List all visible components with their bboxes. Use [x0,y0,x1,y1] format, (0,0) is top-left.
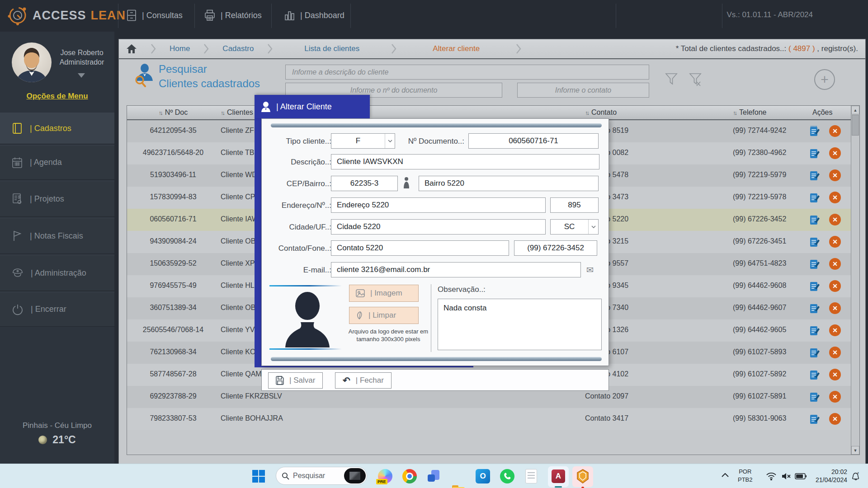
menu-dashboard[interactable]: | Dashboard [284,9,344,21]
breadcrumb-lista-de-clientes[interactable]: Lista de clientes [304,44,359,53]
edit-icon[interactable] [810,391,820,403]
table-row[interactable]: 798233807-53Cliente BOHAJJRAContato 3417… [127,408,851,430]
outlook-icon[interactable]: O [476,469,490,483]
user-name[interactable]: Jose Roberto Administrador [53,48,110,67]
table-scrollbar[interactable]: ▲ ▼ [851,106,859,455]
notepad-icon[interactable] [525,469,537,483]
menu-relatorios[interactable]: | Relatórios [204,9,262,21]
app-logo: ACCESS LEAN [7,5,126,26]
menu-options-title[interactable]: Opções de Menu [0,92,114,101]
sidebar-item-agenda[interactable]: | Agenda [0,145,114,180]
edit-icon[interactable] [810,169,820,181]
header-doc[interactable]: Nº Doc [127,108,219,117]
save-button[interactable]: | Salvar [268,372,323,389]
edit-icon[interactable] [810,147,820,159]
bairro-input[interactable] [419,176,599,191]
endereco-input[interactable] [331,197,546,213]
sidebar-item-notas-fiscais[interactable]: | Notas Fiscais [0,218,114,254]
sidebar-item-encerrar[interactable]: | Encerrar [0,292,114,327]
edit-icon[interactable] [810,413,820,425]
delete-icon[interactable]: ✕ [829,324,841,336]
chrome-icon[interactable] [402,469,417,483]
scroll-up-arrow[interactable]: ▲ [851,106,859,114]
avatar[interactable] [12,42,52,82]
envelope-icon: ✉ [586,265,594,275]
client-description-input[interactable] [285,65,649,80]
copilot-icon[interactable]: PRE [378,469,392,483]
accesslean-app-button[interactable] [572,466,593,487]
n-documento-input[interactable] [468,133,599,149]
descricao-input[interactable] [331,154,599,169]
edit-icon[interactable] [810,347,820,358]
taskbar-chevron-up-icon[interactable] [722,473,729,477]
edit-icon[interactable] [810,258,820,270]
windows-start-button[interactable] [252,470,265,483]
edit-icon[interactable] [810,324,820,336]
delete-icon[interactable]: ✕ [829,413,841,425]
header-telefone[interactable]: Telefone [733,108,767,117]
edit-icon[interactable] [810,214,820,225]
scrollbar-thumb[interactable] [852,115,859,136]
time: 20:02 [809,468,847,476]
fone-input[interactable] [514,240,597,256]
battery-icon[interactable] [795,473,807,479]
delete-icon[interactable]: ✕ [829,280,841,292]
language-indicator[interactable]: POR PTB2 [738,468,753,484]
header-clientes[interactable]: Clientes [221,108,253,117]
edit-icon[interactable] [810,125,820,137]
muted-speaker-icon[interactable] [781,472,792,480]
limpar-button[interactable]: | Limpar [349,307,419,324]
imagem-button[interactable]: | Imagem [349,285,419,302]
delete-icon[interactable]: ✕ [829,369,841,380]
cep-input[interactable] [331,176,398,191]
sidebar-item-administracao[interactable]: | Administração [0,255,114,291]
breadcrumb-home[interactable]: Home [170,44,190,53]
wifi-icon[interactable] [766,472,777,480]
delete-icon[interactable]: ✕ [829,192,841,203]
search-highlight-image[interactable] [344,468,366,483]
whatsapp-icon[interactable] [500,469,514,483]
contato-input[interactable] [331,240,509,256]
delete-icon[interactable]: ✕ [829,125,841,137]
delete-icon[interactable]: ✕ [829,236,841,248]
taskbar-search-box[interactable] [276,467,367,485]
observacao-textarea[interactable]: Nada consta [438,299,602,350]
delete-icon[interactable]: ✕ [829,147,841,159]
delete-icon[interactable]: ✕ [829,214,841,225]
uf-select[interactable]: SC [550,219,599,235]
breadcrumb-cadastro[interactable]: Cadastro [222,44,254,53]
tipo-cliente-select[interactable]: F [331,133,395,149]
edit-icon[interactable] [810,302,820,314]
add-client-button[interactable]: + [814,69,835,90]
edit-icon[interactable] [810,280,820,292]
cidade-input[interactable] [331,219,546,235]
home-icon[interactable] [126,44,137,54]
edit-icon[interactable] [810,236,820,248]
contact-input[interactable] [517,83,649,98]
delete-icon[interactable]: ✕ [829,347,841,358]
taskbar-search-input[interactable] [293,472,334,480]
sidebar-item-cadastros[interactable]: | Cadastros [0,113,114,144]
edit-icon[interactable] [810,192,820,203]
chevron-down-icon[interactable] [78,73,85,78]
filter-icon[interactable] [664,72,679,88]
close-button[interactable]: ↶ | Fechar [335,372,392,389]
file-explorer-icon[interactable] [451,483,466,488]
tipo-cliente-label: Tipo cliente..: [255,137,331,146]
menu-consultas[interactable]: | Consultas [127,9,183,21]
numero-input[interactable] [550,197,599,213]
delete-icon[interactable]: ✕ [829,391,841,403]
delete-icon[interactable]: ✕ [829,258,841,270]
delete-icon[interactable]: ✕ [829,169,841,181]
edit-icon[interactable] [810,369,820,380]
access-app-button[interactable]: A [548,466,569,487]
phone-link-icon[interactable] [427,469,441,483]
focus-assist-bell-icon[interactable]: z [851,471,861,481]
sidebar-item-projetos[interactable]: | Projetos [0,181,114,217]
taskbar-clock[interactable]: 20:02 21/04/2024 [809,468,847,484]
email-input[interactable] [331,262,581,277]
delete-icon[interactable]: ✕ [829,302,841,314]
scroll-down-arrow[interactable]: ▼ [851,446,859,455]
header-contato[interactable]: Contato [585,108,617,117]
clear-filter-icon[interactable] [688,72,704,88]
